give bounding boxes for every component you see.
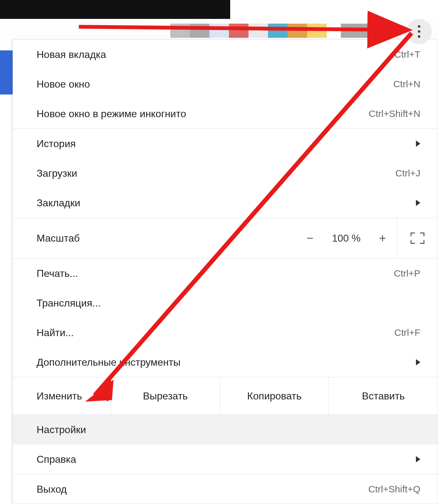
history-item[interactable]: История [13, 129, 438, 158]
chevron-right-icon [416, 359, 420, 365]
menu-shortcut: Ctrl+Shift+N [369, 108, 420, 119]
fullscreen-button[interactable] [397, 218, 438, 258]
zoom-label: Масштаб [37, 232, 296, 244]
menu-shortcut: Ctrl+P [394, 268, 420, 279]
kebab-icon [418, 30, 420, 33]
menu-shortcut: Ctrl+Shift+Q [368, 484, 420, 495]
exit-item[interactable]: Выход Ctrl+Shift+Q [13, 474, 438, 504]
print-item[interactable]: Печать... Ctrl+P [13, 259, 438, 288]
menu-label: Новое окно в режиме инкогнито [37, 108, 369, 120]
menu-shortcut: Ctrl+N [393, 79, 420, 89]
menu-shortcut: Ctrl+T [394, 49, 421, 60]
new-incognito-item[interactable]: Новое окно в режиме инкогнито Ctrl+Shift… [13, 99, 438, 129]
fullscreen-icon [411, 232, 424, 244]
menu-label: Загрузки [37, 168, 395, 179]
menu-label: Новое окно [37, 78, 393, 90]
kebab-icon [418, 35, 420, 38]
menu-label: Трансляция... [37, 297, 420, 309]
bookmarks-item[interactable]: Закладки [13, 188, 438, 218]
menu-label: Новая вкладка [37, 49, 394, 60]
kebab-icon [418, 25, 420, 28]
zoom-out-button[interactable]: − [296, 226, 324, 251]
cut-button[interactable]: Вырезать [111, 377, 220, 415]
edit-row: Изменить Вырезать Копировать Вставить [13, 377, 438, 415]
downloads-item[interactable]: Загрузки Ctrl+J [13, 158, 438, 188]
zoom-row: Масштаб − 100 % + [13, 218, 438, 258]
menu-shortcut: Ctrl+J [395, 168, 420, 179]
zoom-value: 100 % [324, 232, 368, 244]
more-tools-item[interactable]: Дополнительные инструменты [13, 347, 438, 377]
tab-thumbnails [170, 24, 368, 38]
cast-item[interactable]: Трансляция... [13, 288, 438, 318]
browser-dropdown-menu: Новая вкладка Ctrl+T Новое окно Ctrl+N Н… [13, 39, 438, 504]
blue-accent-sidebar [0, 50, 13, 94]
menu-label: Дополнительные инструменты [37, 357, 416, 368]
menu-label: История [37, 138, 416, 150]
find-item[interactable]: Найти... Ctrl+F [13, 318, 438, 347]
menu-label: Выход [37, 484, 368, 495]
menu-label: Настройки [37, 424, 420, 436]
menu-label: Закладки [37, 197, 416, 209]
paste-button[interactable]: Вставить [329, 377, 438, 415]
copy-button[interactable]: Копировать [220, 377, 329, 415]
chevron-right-icon [416, 200, 420, 206]
menu-label: Справка [37, 454, 416, 465]
help-item[interactable]: Справка [13, 444, 438, 474]
edit-label: Изменить [13, 377, 111, 415]
chevron-right-icon [416, 456, 420, 462]
menu-shortcut: Ctrl+F [394, 327, 421, 338]
settings-item[interactable]: Настройки [13, 415, 438, 444]
new-tab-item[interactable]: Новая вкладка Ctrl+T [13, 40, 438, 69]
chevron-right-icon [416, 140, 420, 147]
new-window-item[interactable]: Новое окно Ctrl+N [13, 69, 438, 99]
browser-menu-button[interactable] [406, 19, 432, 44]
menu-label: Найти... [37, 327, 394, 339]
menu-label: Печать... [37, 268, 394, 279]
window-titlebar [0, 0, 438, 19]
zoom-in-button[interactable]: + [368, 226, 397, 251]
